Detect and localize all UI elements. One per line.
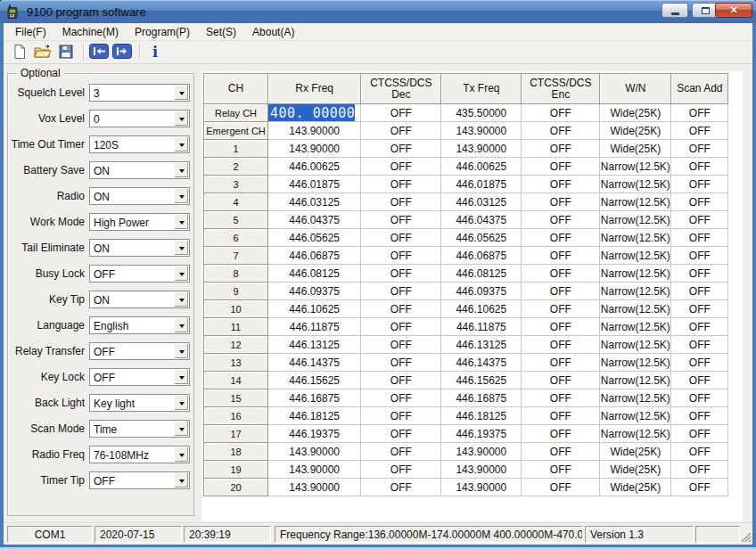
cell-rx[interactable]: 446.14375	[268, 354, 361, 372]
chevron-down-icon[interactable]	[174, 291, 189, 307]
cell-enc[interactable]: OFF	[522, 425, 600, 443]
cell-rx[interactable]: 400. 00000	[268, 104, 361, 122]
row-header-13[interactable]: 13	[204, 354, 268, 372]
row-header-11[interactable]: 11	[204, 318, 268, 336]
row-header-17[interactable]: 17	[204, 425, 268, 443]
cell-enc[interactable]: OFF	[522, 372, 600, 389]
cell-wn[interactable]: Narrow(12.5K)	[600, 176, 671, 193]
cell-tx[interactable]: 446.03125	[441, 193, 522, 211]
cell-wn[interactable]: Wide(25K)	[600, 104, 671, 122]
cell-tx[interactable]: 435.50000	[441, 104, 522, 122]
row-header-19[interactable]: 19	[204, 461, 268, 479]
close-button[interactable]: ✕	[715, 3, 752, 18]
cell-dec[interactable]: OFF	[361, 229, 441, 247]
cell-tx[interactable]: 143.90000	[441, 122, 522, 140]
work-mode-select[interactable]: High Power	[89, 213, 190, 231]
cell-dec[interactable]: OFF	[361, 461, 441, 479]
chevron-down-icon[interactable]	[174, 162, 189, 178]
cell-tx[interactable]: 446.01875	[441, 176, 522, 193]
cell-tx[interactable]: 446.08125	[441, 265, 522, 283]
cell-dec[interactable]: OFF	[361, 193, 441, 211]
cell-rx[interactable]: 446.19375	[268, 425, 361, 443]
resize-grip-icon[interactable]	[739, 530, 752, 543]
row-header-3[interactable]: 3	[204, 176, 268, 193]
cell-wn[interactable]: Wide(25K)	[600, 461, 671, 479]
cell-wn[interactable]: Narrow(12.5K)	[600, 354, 671, 372]
radio-select[interactable]: ON	[89, 187, 190, 205]
cell-enc[interactable]: OFF	[522, 300, 600, 318]
cell-scan[interactable]: OFF	[671, 354, 728, 372]
cell-enc[interactable]: OFF	[522, 247, 600, 265]
timer-tip-select[interactable]: OFF	[89, 471, 190, 489]
row-header-10[interactable]: 10	[204, 300, 268, 318]
cell-scan[interactable]: OFF	[671, 336, 728, 354]
col-header-enc[interactable]: CTCSS/DCS Enc	[522, 74, 600, 104]
cell-scan[interactable]: OFF	[671, 140, 728, 158]
cell-wn[interactable]: Narrow(12.5K)	[600, 300, 671, 318]
cell-enc[interactable]: OFF	[522, 443, 600, 461]
col-header-tx[interactable]: Tx Freq	[441, 74, 522, 104]
cell-tx[interactable]: 446.11875	[441, 318, 522, 336]
chevron-down-icon[interactable]	[174, 447, 189, 463]
cell-tx[interactable]: 446.15625	[441, 372, 522, 389]
cell-scan[interactable]: OFF	[671, 300, 728, 318]
relay-transfer-select[interactable]: OFF	[89, 342, 190, 360]
cell-enc[interactable]: OFF	[522, 318, 600, 336]
rx-freq-edit-cell[interactable]: 400. 00000	[268, 104, 360, 121]
radio-freq-select[interactable]: 76-108MHz	[89, 446, 190, 463]
cell-scan[interactable]: OFF	[671, 158, 728, 176]
tail-eliminate-select[interactable]: ON	[89, 239, 190, 257]
cell-scan[interactable]: OFF	[671, 229, 728, 247]
chevron-down-icon[interactable]	[174, 136, 189, 152]
cell-rx[interactable]: 446.03125	[268, 193, 361, 211]
busy-lock-select[interactable]: OFF	[89, 265, 190, 283]
cell-scan[interactable]: OFF	[671, 176, 728, 193]
cell-dec[interactable]: OFF	[361, 300, 441, 318]
cell-wn[interactable]: Narrow(12.5K)	[600, 247, 671, 265]
cell-wn[interactable]: Narrow(12.5K)	[600, 389, 671, 407]
squelch-level-select[interactable]: 3	[89, 84, 190, 102]
cell-dec[interactable]: OFF	[361, 140, 441, 158]
cell-scan[interactable]: OFF	[671, 461, 728, 479]
cell-enc[interactable]: OFF	[522, 265, 600, 283]
cell-dec[interactable]: OFF	[361, 443, 441, 461]
cell-tx[interactable]: 446.19375	[441, 425, 522, 443]
cell-tx[interactable]: 446.14375	[441, 354, 522, 372]
cell-wn[interactable]: Wide(25K)	[600, 140, 671, 158]
cell-wn[interactable]: Narrow(12.5K)	[600, 283, 671, 300]
chevron-down-icon[interactable]	[174, 343, 189, 359]
cell-wn[interactable]: Narrow(12.5K)	[600, 318, 671, 336]
battery-save-select[interactable]: ON	[89, 161, 190, 179]
cell-enc[interactable]: OFF	[522, 479, 600, 496]
language-select[interactable]: English	[89, 316, 190, 334]
cell-scan[interactable]: OFF	[671, 247, 728, 265]
cell-rx[interactable]: 446.09375	[268, 283, 361, 300]
cell-dec[interactable]: OFF	[361, 211, 441, 229]
cell-dec[interactable]: OFF	[361, 354, 441, 372]
cell-wn[interactable]: Narrow(12.5K)	[600, 372, 671, 389]
chevron-down-icon[interactable]	[174, 85, 189, 101]
cell-wn[interactable]: Wide(25K)	[600, 122, 671, 140]
vox-level-select[interactable]: 0	[89, 110, 190, 127]
chevron-down-icon[interactable]	[174, 266, 189, 282]
chevron-down-icon[interactable]	[174, 369, 189, 385]
cell-rx[interactable]: 446.06875	[268, 247, 361, 265]
cell-dec[interactable]: OFF	[361, 372, 441, 389]
cell-enc[interactable]: OFF	[522, 229, 600, 247]
col-header-wn[interactable]: W/N	[600, 74, 671, 104]
row-header-7[interactable]: 7	[204, 247, 268, 265]
menu-item-set[interactable]: Set(S)	[198, 23, 244, 41]
cell-wn[interactable]: Narrow(12.5K)	[600, 336, 671, 354]
cell-tx[interactable]: 143.90000	[441, 140, 522, 158]
menu-item-machine[interactable]: Machine(M)	[54, 23, 127, 41]
cell-wn[interactable]: Narrow(12.5K)	[600, 425, 671, 443]
col-header-scan[interactable]: Scan Add	[671, 74, 728, 104]
cell-dec[interactable]: OFF	[361, 265, 441, 283]
key-lock-select[interactable]: OFF	[89, 368, 190, 386]
row-header-20[interactable]: 20	[204, 479, 268, 496]
cell-rx[interactable]: 446.15625	[268, 372, 361, 389]
row-header-14[interactable]: 14	[204, 372, 268, 389]
chevron-down-icon[interactable]	[174, 472, 189, 488]
cell-scan[interactable]: OFF	[671, 372, 728, 389]
cell-enc[interactable]: OFF	[522, 407, 600, 425]
